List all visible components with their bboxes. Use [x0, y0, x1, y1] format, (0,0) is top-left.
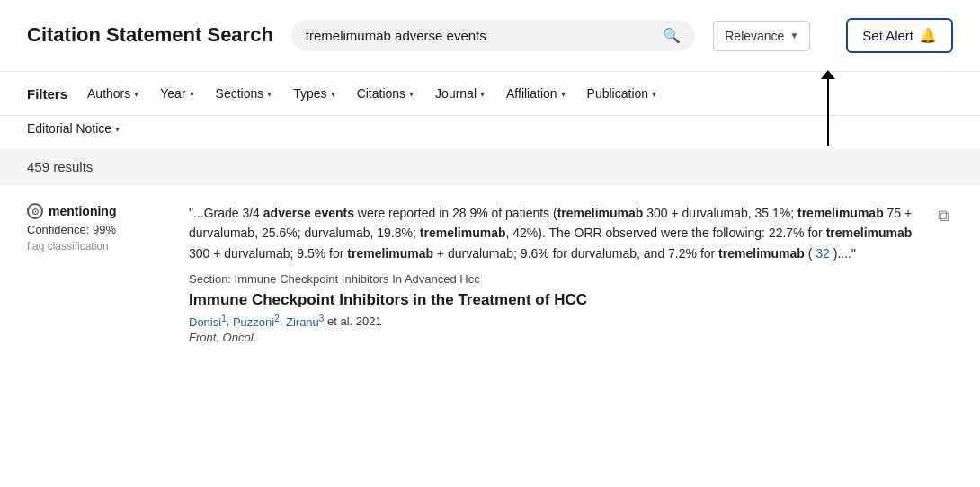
chevron-down-icon: ▾ — [267, 89, 272, 99]
editorial-notice-row: Editorial Notice ▾ — [0, 116, 980, 148]
filter-editorial-notice[interactable]: Editorial Notice ▾ — [27, 121, 120, 136]
relevance-dropdown[interactable]: Relevance ▼ — [713, 21, 810, 51]
filter-affiliation-label: Affiliation — [506, 86, 557, 101]
filter-year-label: Year — [160, 86, 185, 101]
result-journal: Front. Oncol. — [189, 331, 916, 344]
filter-affiliation[interactable]: Affiliation ▾ — [497, 83, 575, 104]
chevron-down-icon: ▾ — [331, 89, 335, 99]
keyword-bold: tremelimumab — [826, 226, 913, 240]
filter-citations-label: Citations — [357, 86, 405, 101]
chevron-down-icon: ▼ — [789, 31, 798, 40]
keyword-bold: tremelimumab — [718, 246, 805, 261]
author-link[interactable]: Ziranu3 — [286, 315, 324, 329]
keyword-bold: tremelimumab — [420, 226, 506, 240]
result-type: ⊙ mentioning — [27, 203, 171, 219]
filter-citations[interactable]: Citations ▾ — [348, 83, 423, 104]
filter-authors[interactable]: Authors ▾ — [78, 83, 147, 104]
set-alert-button[interactable]: Set Alert 🔔 — [846, 18, 953, 53]
results-count: 459 results — [27, 159, 93, 174]
confidence-label: Confidence: 99% — [27, 223, 171, 236]
keyword-bold: adverse events — [263, 206, 354, 220]
author-link[interactable]: Donisi1 — [189, 315, 227, 329]
chevron-down-icon: ▾ — [115, 124, 120, 134]
keyword-bold: tremelimumab — [557, 206, 644, 220]
et-al-label: et al. 2021 — [327, 315, 382, 329]
keyword-bold: tremelimumab — [347, 246, 433, 261]
search-input[interactable]: tremelimumab adverse events — [306, 28, 655, 43]
result-metadata: ⊙ mentioning Confidence: 99% flag classi… — [27, 203, 171, 344]
header: Citation Statement Search tremelimumab a… — [0, 0, 980, 72]
filter-sections[interactable]: Sections ▾ — [207, 83, 281, 104]
author-sup: 1 — [221, 313, 227, 323]
table-row: ⊙ mentioning Confidence: 99% flag classi… — [27, 203, 953, 362]
bell-icon: 🔔 — [919, 27, 937, 44]
author-sup: 2 — [274, 313, 280, 323]
app-title: Citation Statement Search — [27, 23, 273, 47]
relevance-label: Relevance — [725, 29, 784, 43]
author-sup: 3 — [319, 313, 325, 323]
filter-types-label: Types — [293, 86, 326, 101]
flag-classification-link[interactable]: flag classification — [27, 240, 171, 252]
chevron-down-icon: ▾ — [134, 89, 138, 99]
filter-publication[interactable]: Publication ▾ — [578, 83, 666, 104]
chevron-down-icon: ▾ — [652, 89, 656, 99]
results-bar: 459 results — [0, 148, 980, 185]
set-alert-label: Set Alert — [862, 28, 913, 43]
filter-publication-label: Publication — [587, 86, 649, 101]
result-excerpt: "...Grade 3/4 adverse events were report… — [189, 203, 916, 263]
copy-button[interactable]: ⧉ — [934, 203, 953, 344]
author-link[interactable]: Puzzoni2 — [233, 315, 280, 329]
results-list: ⊙ mentioning Confidence: 99% flag classi… — [0, 185, 980, 380]
chevron-down-icon: ▾ — [561, 89, 566, 99]
result-content: "...Grade 3/4 adverse events were report… — [189, 203, 916, 344]
chevron-down-icon: ▾ — [480, 89, 485, 99]
result-authors: Donisi1, Puzzoni2, Ziranu3 et al. 2021 — [189, 313, 916, 328]
filter-journal-label: Journal — [435, 86, 477, 101]
filter-authors-label: Authors — [87, 86, 130, 101]
result-type-label: mentioning — [49, 204, 116, 218]
chevron-down-icon: ▾ — [409, 89, 414, 99]
result-section: Section: Immune Checkpoint Inhibitors In… — [189, 272, 916, 286]
filter-journal[interactable]: Journal ▾ — [426, 83, 494, 104]
search-icon: 🔍 — [663, 27, 681, 44]
search-bar: tremelimumab adverse events 🔍 — [291, 20, 695, 51]
editorial-notice-label: Editorial Notice — [27, 121, 111, 136]
keyword-bold: tremelimumab — [797, 206, 884, 220]
filters-label: Filters — [27, 86, 67, 102]
type-icon: ⊙ — [27, 203, 43, 219]
result-title: Immune Checkpoint Inhibitors in the Trea… — [189, 291, 916, 309]
filter-sections-label: Sections — [216, 86, 264, 101]
chevron-down-icon: ▾ — [190, 89, 194, 99]
filter-types[interactable]: Types ▾ — [284, 83, 343, 104]
citation-link[interactable]: 32 — [815, 246, 830, 261]
filter-year[interactable]: Year ▾ — [151, 83, 202, 104]
